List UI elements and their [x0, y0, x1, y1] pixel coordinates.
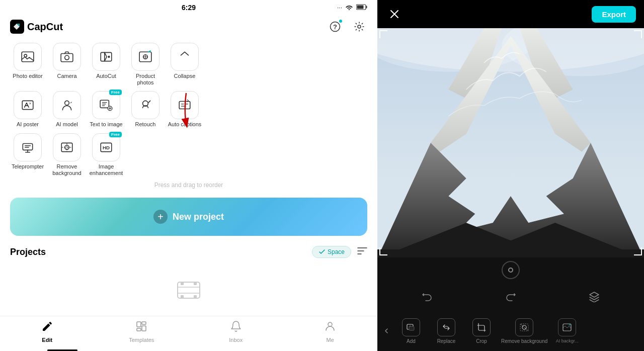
redo-button[interactable] — [505, 291, 516, 302]
tool-image-enhancement-label: Image enhancement — [89, 163, 124, 177]
bottom-tool-ai-bg-label: AI backgr... — [556, 338, 579, 343]
svg-rect-1 — [366, 6, 367, 8]
logo-text: CapCut — [27, 21, 63, 33]
nav-inbox[interactable]: Inbox — [189, 320, 283, 343]
nav-edit[interactable]: Edit — [0, 320, 95, 343]
svg-rect-34 — [142, 326, 146, 331]
nav-me[interactable]: Me — [283, 320, 378, 343]
space-label: Space — [328, 248, 345, 255]
export-button[interactable]: Export — [592, 6, 636, 23]
tools-row-2: AI poster AI model Free Text to image — [10, 91, 367, 128]
svg-rect-30 — [194, 295, 197, 298]
svg-rect-7 — [22, 52, 34, 61]
svg-rect-20 — [179, 102, 190, 109]
nav-inbox-label: Inbox — [229, 337, 243, 343]
tool-retouch[interactable]: Retouch — [128, 91, 163, 128]
tool-collapse[interactable]: Collapse — [167, 43, 202, 86]
editor-tools-bar — [377, 283, 644, 311]
tool-auto-captions-label: Auto captions — [168, 121, 202, 128]
templates-icon — [135, 320, 147, 335]
tool-autocut[interactable]: AutoCut — [89, 43, 124, 86]
tool-remove-background-label: Remove background — [49, 163, 85, 177]
timeline-area — [377, 257, 644, 283]
tool-image-enhancement[interactable]: Free HD Image enhancement — [89, 133, 124, 177]
projects-title: Projects — [10, 247, 46, 257]
svg-rect-28 — [194, 282, 197, 285]
new-project-label: New project — [173, 212, 224, 222]
tool-product-photos[interactable]: Product photos — [128, 43, 163, 86]
help-button[interactable]: ? — [327, 19, 343, 35]
layers-button[interactable] — [589, 291, 600, 302]
nav-templates[interactable]: Templates — [95, 320, 189, 343]
free-badge-image-enhance: Free — [109, 132, 122, 137]
logo-icon — [10, 20, 24, 34]
svg-rect-47 — [409, 326, 414, 330]
timeline-progress — [502, 261, 520, 279]
space-button[interactable]: Space — [312, 246, 351, 258]
canvas-area — [377, 28, 644, 257]
editor-header: Export — [377, 0, 644, 28]
tool-text-to-image-label: Text to image — [90, 121, 122, 128]
tool-teleprompter[interactable]: Teleprompter — [10, 133, 45, 177]
tool-auto-captions[interactable]: Auto captions — [167, 91, 202, 128]
me-icon — [324, 320, 336, 335]
tool-text-to-image[interactable]: Free Text to image — [89, 91, 124, 128]
svg-rect-27 — [181, 282, 184, 285]
nav-templates-label: Templates — [129, 337, 154, 343]
new-project-button[interactable]: + New project — [10, 198, 367, 236]
svg-rect-32 — [142, 322, 146, 324]
status-time: 6:29 — [182, 4, 196, 12]
tool-autocut-label: AutoCut — [96, 73, 116, 79]
svg-point-10 — [65, 55, 69, 60]
inbox-icon — [230, 320, 242, 335]
svg-rect-29 — [181, 295, 184, 298]
film-icon — [176, 277, 202, 309]
tool-teleprompter-label: Teleprompter — [12, 163, 44, 170]
svg-rect-21 — [23, 143, 32, 150]
wifi-icon — [345, 4, 353, 12]
bottom-tool-add-label: Add — [407, 338, 416, 344]
nav-edit-label: Edit — [42, 337, 52, 343]
bottom-tool-ai-background[interactable]: AI backgr... — [549, 314, 585, 348]
close-button[interactable] — [385, 5, 404, 23]
status-bar: 6:29 ··· — [0, 0, 377, 15]
edit-icon — [41, 320, 53, 335]
free-badge-text-to-image: Free — [109, 90, 122, 95]
tool-product-photos-label: Product photos — [128, 73, 163, 86]
bottom-tool-remove-background[interactable]: Remove background — [499, 314, 549, 348]
tool-photo-editor[interactable]: Photo editor — [10, 43, 45, 86]
svg-text:HD: HD — [103, 145, 110, 150]
right-panel: Export — [377, 0, 644, 351]
app-header: CapCut ? — [0, 15, 377, 39]
svg-rect-31 — [137, 322, 141, 327]
settings-button[interactable] — [351, 19, 367, 35]
svg-point-12 — [108, 56, 110, 58]
status-icons: ··· — [337, 3, 367, 12]
tool-ai-model[interactable]: AI model — [49, 91, 85, 128]
reorder-hint: Press and drag to reorder — [0, 179, 377, 192]
svg-point-35 — [328, 322, 332, 326]
canvas-image — [377, 28, 644, 257]
scroll-left-button[interactable] — [379, 316, 393, 346]
projects-header: Projects Space — [0, 242, 377, 262]
bottom-tool-replace[interactable]: Replace — [429, 314, 464, 348]
bottom-tool-crop-label: Crop — [476, 338, 487, 344]
undo-button[interactable] — [422, 291, 433, 302]
bottom-tool-crop[interactable]: Crop — [464, 314, 499, 348]
bottom-tools: Add Replace Crop Remove background — [377, 311, 644, 351]
bottom-tool-remove-bg-label: Remove background — [501, 338, 547, 344]
tool-ai-model-label: AI model — [56, 121, 77, 128]
svg-text:?: ? — [333, 23, 337, 31]
tool-ai-poster[interactable]: AI poster — [10, 91, 45, 128]
sort-button[interactable] — [357, 247, 367, 257]
svg-rect-9 — [61, 54, 73, 62]
bottom-tool-add[interactable]: Add — [393, 314, 429, 348]
tool-camera[interactable]: Camera — [49, 43, 85, 86]
tool-collapse-label: Collapse — [174, 73, 196, 79]
bottom-tools-list: Add Replace Crop Remove background — [393, 314, 642, 348]
bottom-tool-replace-label: Replace — [437, 338, 456, 344]
tool-remove-background[interactable]: Remove background — [49, 133, 85, 177]
tool-photo-editor-label: Photo editor — [13, 73, 42, 79]
nav-me-label: Me — [327, 337, 334, 343]
new-project-plus-icon: + — [153, 210, 168, 224]
